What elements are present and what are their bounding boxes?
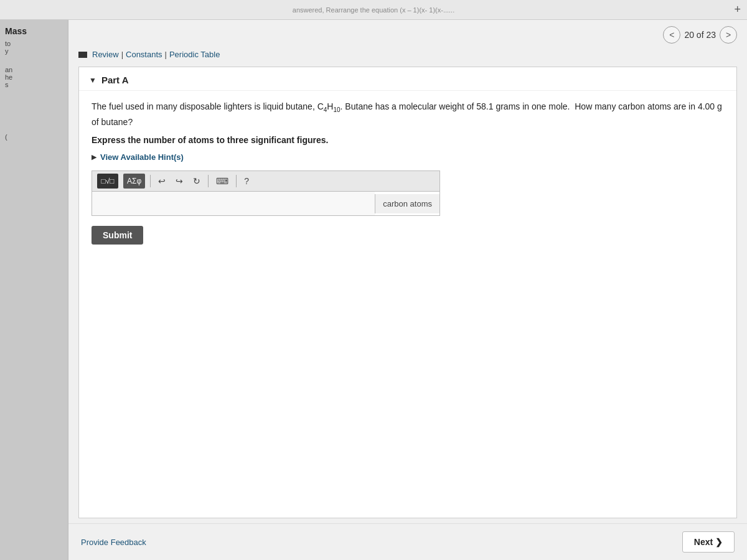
page-indicator: 20 of 23 [684, 30, 716, 40]
keyboard-button[interactable]: ⌨ [214, 175, 231, 187]
separator2: | [165, 50, 167, 59]
question-text: The fuel used in many disposable lighter… [92, 100, 724, 129]
top-bar: answered, Rearrange the equation (x – 1)… [0, 0, 747, 20]
sidebar-line4: he [5, 73, 63, 81]
part-title: Part A [101, 75, 129, 85]
greek-symbols-button[interactable]: ΑΣφ [123, 174, 145, 189]
greek-symbols-label: ΑΣφ [127, 177, 141, 185]
next-button-label: Next ❯ [694, 537, 723, 547]
plus-icon: + [734, 3, 741, 16]
toolbar-separator1 [150, 175, 151, 187]
review-link[interactable]: Review [92, 50, 119, 59]
redo-icon: ↪ [176, 176, 183, 186]
hint-row: ▶ View Available Hint(s) [92, 152, 724, 162]
review-links-bar: Review | Constants | Periodic Table [68, 47, 747, 62]
instruction-text: Express the number of atoms to three sig… [92, 135, 724, 145]
nav-controls: < 20 of 23 > [663, 26, 737, 44]
sidebar-line2: y [5, 47, 63, 55]
hint-link[interactable]: View Available Hint(s) [100, 152, 184, 162]
bottom-bar: Provide Feedback Next ❯ [68, 523, 747, 560]
sidebar-title: Mass [5, 26, 63, 36]
answer-toolbar: □√□ ΑΣφ ↩ ↪ ↻ [92, 170, 440, 192]
toolbar-separator2 [208, 175, 209, 187]
undo-icon: ↩ [158, 176, 166, 186]
keyboard-icon: ⌨ [216, 176, 228, 186]
refresh-icon: ↻ [193, 176, 200, 186]
sidebar-line5: s [5, 81, 63, 88]
next-button[interactable]: Next ❯ [682, 531, 735, 553]
next-nav-button[interactable]: > [720, 26, 737, 44]
prev-button[interactable]: < [663, 26, 680, 44]
main-layout: Mass to y an he s ( < 20 of 23 > Review … [0, 20, 747, 560]
question-card: ▼ Part A The fuel used in many disposabl… [78, 67, 737, 518]
header-row: < 20 of 23 > [68, 20, 747, 47]
sidebar-line1: to [5, 40, 63, 47]
toolbar-separator3 [236, 175, 237, 187]
refresh-button[interactable]: ↻ [190, 175, 203, 187]
fraction-sqrt-button[interactable]: □√□ [97, 174, 118, 189]
part-header: ▼ Part A [79, 67, 736, 91]
undo-button[interactable]: ↩ [156, 175, 168, 187]
answer-unit-label: carbon atoms [375, 194, 439, 213]
part-collapse-arrow[interactable]: ▼ [89, 76, 96, 85]
constants-link[interactable]: Constants [126, 50, 162, 59]
top-bar-title: answered, Rearrange the equation (x – 1)… [293, 6, 454, 14]
content-area: < 20 of 23 > Review | Constants | Period… [68, 20, 747, 560]
review-icon [78, 52, 87, 58]
question-body: The fuel used in many disposable lighter… [79, 91, 736, 253]
hint-arrow-icon: ▶ [92, 153, 96, 161]
help-button[interactable]: ? [242, 175, 251, 187]
answer-input-row: carbon atoms [92, 192, 440, 216]
redo-button[interactable]: ↪ [173, 175, 186, 187]
sidebar-line6: ( [5, 133, 63, 141]
feedback-link[interactable]: Provide Feedback [81, 538, 146, 547]
left-sidebar: Mass to y an he s ( [0, 20, 68, 560]
submit-button[interactable]: Submit [92, 226, 143, 245]
separator1: | [121, 50, 123, 59]
sidebar-line3: an [5, 66, 63, 73]
periodic-table-link[interactable]: Periodic Table [169, 50, 220, 59]
fraction-sqrt-icon: □√□ [101, 177, 114, 185]
answer-input[interactable] [92, 192, 375, 215]
help-icon: ? [244, 176, 249, 186]
